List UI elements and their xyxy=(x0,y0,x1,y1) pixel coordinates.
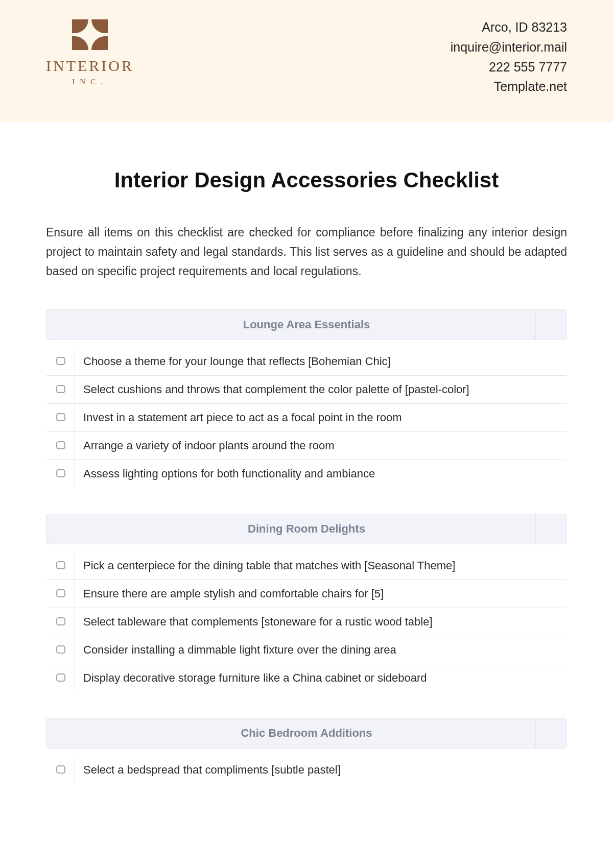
logo-icon xyxy=(72,19,108,50)
checkbox-icon[interactable] xyxy=(56,469,65,477)
checklist-row: Display decorative storage furniture lik… xyxy=(46,664,567,692)
section-heading: Dining Room Delights xyxy=(46,514,567,544)
checkbox-icon[interactable] xyxy=(56,385,65,393)
contact-block: Arco, ID 83213 inquire@interior.mail 222… xyxy=(451,17,567,97)
checklist-row: Select cushions and throws that compleme… xyxy=(46,375,567,403)
logo-block: INTERIOR INC. xyxy=(46,19,134,86)
checkbox-icon[interactable] xyxy=(56,441,65,449)
checklist-item-text: Choose a theme for your lounge that refl… xyxy=(75,347,567,375)
section-heading: Chic Bedroom Additions xyxy=(46,718,567,749)
checkbox-icon[interactable] xyxy=(56,413,65,421)
checkbox-icon[interactable] xyxy=(56,765,65,774)
checkbox-icon[interactable] xyxy=(56,645,65,654)
header: INTERIOR INC. Arco, ID 83213 inquire@int… xyxy=(0,0,613,122)
contact-address: Arco, ID 83213 xyxy=(451,17,567,37)
section-heading: Lounge Area Essentials xyxy=(46,309,567,340)
checklist-row: Assess lighting options for both functio… xyxy=(46,460,567,488)
contact-email: inquire@interior.mail xyxy=(451,37,567,57)
logo-sub: INC. xyxy=(72,78,108,86)
checklist-item-text: Arrange a variety of indoor plants aroun… xyxy=(75,431,567,460)
checklist-item-text: Invest in a statement art piece to act a… xyxy=(75,403,567,431)
checklist-table: Select a bedspread that compliments [sub… xyxy=(46,756,567,784)
checkbox-icon[interactable] xyxy=(56,357,65,365)
checklist-row: Pick a centerpiece for the dining table … xyxy=(46,551,567,580)
checklist-item-text: Select cushions and throws that compleme… xyxy=(75,375,567,403)
page-title: Interior Design Accessories Checklist xyxy=(46,168,567,192)
logo-name: INTERIOR xyxy=(46,57,134,75)
checklist-item-text: Select a bedspread that compliments [sub… xyxy=(75,756,567,784)
checklist-row: Invest in a statement art piece to act a… xyxy=(46,403,567,431)
checkbox-icon[interactable] xyxy=(56,589,65,597)
checklist-table: Choose a theme for your lounge that refl… xyxy=(46,347,567,488)
checklist-row: Select a bedspread that compliments [sub… xyxy=(46,756,567,784)
checklist-row: Arrange a variety of indoor plants aroun… xyxy=(46,431,567,460)
checkbox-icon[interactable] xyxy=(56,617,65,625)
checkbox-icon[interactable] xyxy=(56,673,65,682)
checklist-row: Consider installing a dimmable light fix… xyxy=(46,636,567,664)
checklist-row: Choose a theme for your lounge that refl… xyxy=(46,347,567,375)
checklist-row: Select tableware that complements [stone… xyxy=(46,608,567,636)
checkbox-icon[interactable] xyxy=(56,561,65,569)
checklist-item-text: Consider installing a dimmable light fix… xyxy=(75,636,567,664)
checklist-item-text: Assess lighting options for both functio… xyxy=(75,460,567,488)
intro-text: Ensure all items on this checklist are c… xyxy=(46,223,567,281)
checklist-item-text: Select tableware that complements [stone… xyxy=(75,608,567,636)
contact-phone: 222 555 7777 xyxy=(451,57,567,77)
checklist-item-text: Pick a centerpiece for the dining table … xyxy=(75,551,567,580)
content: Interior Design Accessories Checklist En… xyxy=(0,122,613,830)
checklist-item-text: Display decorative storage furniture lik… xyxy=(75,664,567,692)
checklist-item-text: Ensure there are ample stylish and comfo… xyxy=(75,580,567,608)
checklist-table: Pick a centerpiece for the dining table … xyxy=(46,551,567,692)
checklist-row: Ensure there are ample stylish and comfo… xyxy=(46,580,567,608)
contact-site: Template.net xyxy=(451,77,567,97)
